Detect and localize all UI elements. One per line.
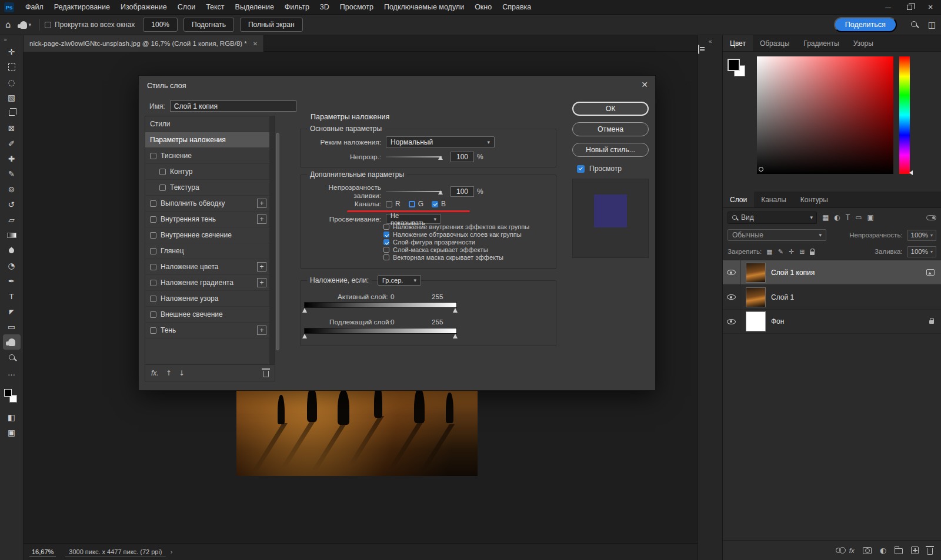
status-options-chevron-icon[interactable]: › [171,548,173,556]
tool-clone-stamp[interactable]: ⊚ [0,182,23,197]
blend-if-dropdown[interactable]: Гр.сер. ▾ [378,275,421,286]
saturation-brightness-field[interactable] [757,56,893,174]
zoom-level-field[interactable]: 16,67% [29,547,56,557]
minimize-button[interactable]: — [877,0,899,15]
tool-rectangular-marquee[interactable] [0,59,23,75]
filter-shape-layers-icon[interactable]: ▭ [855,213,862,222]
toolbar-collapse-icon[interactable]: » [0,35,23,44]
style-item-inner-shadow[interactable]: Внутренняя тень+ [145,212,275,227]
tool-dodge[interactable]: ◔ [0,258,23,273]
move-effect-up-icon[interactable]: ↑ [166,369,172,377]
new-group-icon[interactable] [895,548,903,554]
workspace-panels-icon[interactable]: ◫ [923,20,941,29]
filter-toggle-switch[interactable] [926,215,936,220]
transparency-shapes-checkbox[interactable] [383,239,389,245]
style-checkbox[interactable] [159,185,166,191]
layer-row-layer1-copy[interactable]: Слой 1 копия [723,260,941,284]
style-item-texture[interactable]: Текстура [145,180,275,196]
move-effect-down-icon[interactable]: ↓ [179,369,185,377]
style-item-gradient-overlay[interactable]: Наложение градиента+ [145,275,275,291]
zoom-100-button[interactable]: 100% [143,18,178,32]
style-item-stroke[interactable]: Выполнить обводку+ [145,196,275,212]
channel-r-checkbox[interactable] [386,201,392,207]
tab-close-icon[interactable]: ✕ [253,41,258,47]
style-checkbox[interactable] [150,311,156,318]
scroll-all-windows-checkbox[interactable] [45,22,51,28]
blend-clipped-checkbox[interactable] [383,232,389,237]
tool-eraser[interactable]: ▱ [0,212,23,227]
filter-type-layers-icon[interactable]: T [846,213,850,222]
cancel-button[interactable]: Отмена [572,122,649,136]
layer-name[interactable]: Фон [771,317,784,326]
add-gradient-overlay-button[interactable]: + [257,278,266,287]
tool-move[interactable]: ✛ [0,44,23,59]
tab-patterns[interactable]: Узоры [846,35,880,51]
tool-brush[interactable]: ✎ [0,166,23,182]
collapsed-panel-icon[interactable] [698,45,699,54]
tab-gradients[interactable]: Градиенты [796,35,846,51]
style-checkbox[interactable] [150,248,156,254]
tool-path-selection[interactable]: ◤ [0,304,23,319]
adjustment-layer-icon[interactable]: ◐ [880,546,886,555]
menu-type[interactable]: Текст [201,0,229,15]
filter-smart-objects-icon[interactable]: ▣ [867,213,874,222]
expand-panels-icon[interactable]: « [698,35,722,45]
style-checkbox[interactable] [150,280,156,286]
opacity-value-field[interactable]: 100 [451,152,474,162]
layer-name[interactable]: Слой 1 [771,293,794,301]
new-style-button[interactable]: Новый стиль... [572,143,649,157]
styles-scrollbar[interactable] [269,116,275,365]
layer-thumbnail[interactable] [746,287,766,307]
add-stroke-button[interactable]: + [257,199,266,208]
lock-pixels-icon[interactable]: ✎ [778,248,783,256]
menu-plugins[interactable]: Подключаемые модули [379,0,469,15]
dialog-close-icon[interactable]: ✕ [641,80,648,89]
tool-object-selection[interactable]: ▧ [0,90,23,105]
visibility-cell[interactable] [723,260,740,284]
menu-file[interactable]: Файл [20,0,49,15]
tab-channels[interactable]: Каналы [754,192,793,207]
add-mask-icon[interactable] [863,547,872,554]
knockout-dropdown[interactable]: Не показывать ▾ [386,214,441,224]
foreground-color-swatch[interactable] [4,389,12,397]
style-checkbox[interactable] [150,296,156,302]
tool-zoom[interactable] [0,350,23,365]
layer-blend-mode-dropdown[interactable]: Обычные ▾ [728,229,826,241]
style-checkbox[interactable] [150,327,156,334]
active-tool-button[interactable]: ▾ [16,21,35,29]
channel-b-checkbox[interactable] [432,201,438,207]
tool-hand[interactable] [3,334,21,350]
share-button[interactable]: Поделиться [834,17,897,32]
layer-fill-field[interactable]: 100% ▾ [907,246,936,257]
close-button[interactable]: ✕ [920,0,941,15]
delete-effect-icon[interactable] [263,371,269,377]
tool-gradient[interactable] [0,227,23,243]
lock-position-icon[interactable]: ✛ [789,248,794,256]
menu-filter[interactable]: Фильтр [279,0,315,15]
add-color-overlay-button[interactable]: + [257,262,266,271]
underlying-black-stop[interactable] [302,334,307,338]
fill-opacity-value-field[interactable]: 100 [451,186,474,197]
vector-mask-hides-row[interactable]: Векторная маска скрывает эффекты [383,254,503,261]
menu-select[interactable]: Выделение [230,0,279,15]
underlying-white-stop[interactable] [453,334,458,338]
tab-layers[interactable]: Слои [723,192,754,207]
fx-icon[interactable]: fx. [151,369,159,377]
document-tab[interactable]: nick-page-zlw0owlGNtc-unsplash.jpg @ 16,… [24,35,264,52]
style-item-pattern-overlay[interactable]: Наложение узора [145,291,275,307]
style-checkbox[interactable] [150,232,156,239]
style-item-drop-shadow[interactable]: Тень+ [145,323,275,338]
slider-thumb[interactable] [438,156,443,160]
style-item-satin[interactable]: Глянец [145,243,275,259]
transparency-shapes-row[interactable]: Слой-фигура прозрачности [383,239,475,246]
tool-crop[interactable] [0,105,23,120]
add-drop-shadow-button[interactable]: + [257,326,266,335]
this-layer-white-stop[interactable] [453,308,458,313]
style-item-contour[interactable]: Контур [145,164,275,180]
tool-rectangle-shape[interactable]: ▭ [0,319,23,334]
tab-paths[interactable]: Контуры [793,192,835,207]
channel-g-checkbox[interactable] [409,201,415,207]
style-checkbox[interactable] [159,169,166,175]
visibility-cell[interactable] [723,285,740,309]
tool-lasso[interactable]: ◌ [0,75,23,90]
